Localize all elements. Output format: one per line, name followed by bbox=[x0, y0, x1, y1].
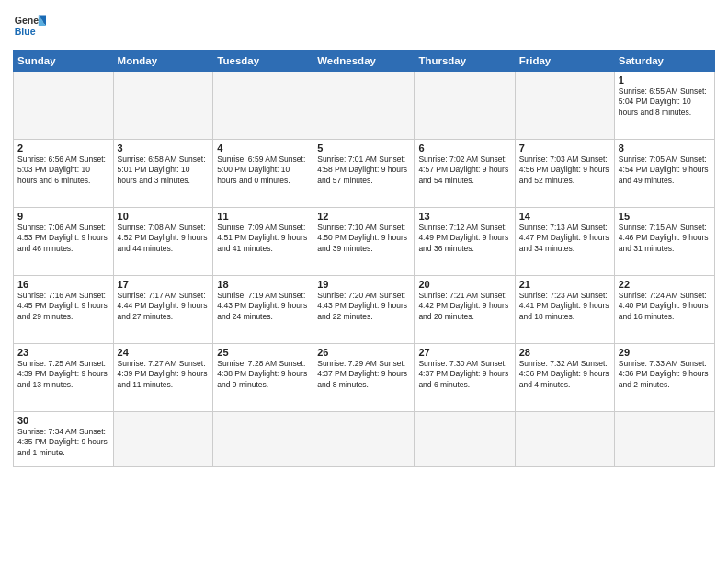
day-info: Sunrise: 7:27 AM Sunset: 4:39 PM Dayligh… bbox=[118, 359, 210, 390]
day-number: 30 bbox=[17, 415, 109, 426]
day-info: Sunrise: 7:28 AM Sunset: 4:38 PM Dayligh… bbox=[217, 359, 309, 390]
day-info: Sunrise: 7:29 AM Sunset: 4:37 PM Dayligh… bbox=[317, 359, 410, 390]
calendar-cell: 23Sunrise: 7:25 AM Sunset: 4:39 PM Dayli… bbox=[14, 344, 114, 412]
calendar-cell: 27Sunrise: 7:30 AM Sunset: 4:37 PM Dayli… bbox=[415, 344, 515, 412]
calendar-cell: 4Sunrise: 6:59 AM Sunset: 5:00 PM Daylig… bbox=[213, 140, 313, 208]
day-number: 15 bbox=[619, 211, 711, 222]
calendar-cell: 1Sunrise: 6:55 AM Sunset: 5:04 PM Daylig… bbox=[614, 72, 714, 140]
day-of-week-wednesday: Wednesday bbox=[313, 51, 415, 72]
calendar-cell: 5Sunrise: 7:01 AM Sunset: 4:58 PM Daylig… bbox=[313, 140, 415, 208]
day-number: 3 bbox=[118, 143, 210, 154]
day-info: Sunrise: 7:33 AM Sunset: 4:36 PM Dayligh… bbox=[619, 359, 711, 390]
day-number: 18 bbox=[217, 279, 309, 290]
day-number: 12 bbox=[317, 211, 410, 222]
calendar-cell: 29Sunrise: 7:33 AM Sunset: 4:36 PM Dayli… bbox=[614, 344, 714, 412]
calendar-cell: 14Sunrise: 7:13 AM Sunset: 4:47 PM Dayli… bbox=[515, 208, 614, 276]
day-number: 23 bbox=[17, 347, 109, 358]
calendar-cell: 8Sunrise: 7:05 AM Sunset: 4:54 PM Daylig… bbox=[614, 140, 714, 208]
day-info: Sunrise: 7:08 AM Sunset: 4:52 PM Dayligh… bbox=[118, 223, 210, 254]
day-info: Sunrise: 7:13 AM Sunset: 4:47 PM Dayligh… bbox=[519, 223, 610, 254]
calendar-week-2: 9Sunrise: 7:06 AM Sunset: 4:53 PM Daylig… bbox=[14, 208, 715, 276]
calendar-cell bbox=[415, 72, 515, 140]
day-number: 9 bbox=[17, 211, 109, 222]
calendar-cell: 10Sunrise: 7:08 AM Sunset: 4:52 PM Dayli… bbox=[113, 208, 213, 276]
calendar-cell: 26Sunrise: 7:29 AM Sunset: 4:37 PM Dayli… bbox=[313, 344, 415, 412]
calendar-week-4: 23Sunrise: 7:25 AM Sunset: 4:39 PM Dayli… bbox=[14, 344, 715, 412]
calendar-cell bbox=[313, 412, 415, 467]
day-info: Sunrise: 7:24 AM Sunset: 4:40 PM Dayligh… bbox=[619, 291, 711, 322]
calendar-cell bbox=[213, 412, 313, 467]
day-number: 7 bbox=[519, 143, 610, 154]
day-of-week-friday: Friday bbox=[515, 51, 614, 72]
day-number: 20 bbox=[418, 279, 510, 290]
day-info: Sunrise: 7:10 AM Sunset: 4:50 PM Dayligh… bbox=[317, 223, 410, 254]
day-number: 22 bbox=[619, 279, 711, 290]
day-info: Sunrise: 7:01 AM Sunset: 4:58 PM Dayligh… bbox=[317, 155, 410, 186]
calendar-cell: 18Sunrise: 7:19 AM Sunset: 4:43 PM Dayli… bbox=[213, 276, 313, 344]
calendar-week-3: 16Sunrise: 7:16 AM Sunset: 4:45 PM Dayli… bbox=[14, 276, 715, 344]
calendar-cell: 19Sunrise: 7:20 AM Sunset: 4:43 PM Dayli… bbox=[313, 276, 415, 344]
calendar-cell: 11Sunrise: 7:09 AM Sunset: 4:51 PM Dayli… bbox=[213, 208, 313, 276]
day-of-week-tuesday: Tuesday bbox=[213, 51, 313, 72]
calendar-cell bbox=[14, 72, 114, 140]
logo-icon: General Blue bbox=[13, 9, 46, 42]
day-number: 17 bbox=[118, 279, 210, 290]
day-info: Sunrise: 7:06 AM Sunset: 4:53 PM Dayligh… bbox=[17, 223, 109, 254]
day-info: Sunrise: 6:56 AM Sunset: 5:03 PM Dayligh… bbox=[17, 155, 109, 186]
day-info: Sunrise: 6:59 AM Sunset: 5:00 PM Dayligh… bbox=[217, 155, 309, 186]
calendar-cell: 25Sunrise: 7:28 AM Sunset: 4:38 PM Dayli… bbox=[213, 344, 313, 412]
day-number: 28 bbox=[519, 347, 610, 358]
day-number: 5 bbox=[317, 143, 410, 154]
calendar-cell: 13Sunrise: 7:12 AM Sunset: 4:49 PM Dayli… bbox=[415, 208, 515, 276]
calendar-cell: 21Sunrise: 7:23 AM Sunset: 4:41 PM Dayli… bbox=[515, 276, 614, 344]
calendar-cell bbox=[515, 412, 614, 467]
day-number: 8 bbox=[619, 143, 711, 154]
day-info: Sunrise: 7:30 AM Sunset: 4:37 PM Dayligh… bbox=[418, 359, 510, 390]
calendar-cell bbox=[415, 412, 515, 467]
day-info: Sunrise: 7:25 AM Sunset: 4:39 PM Dayligh… bbox=[17, 359, 109, 390]
logo: General Blue bbox=[13, 9, 46, 42]
day-info: Sunrise: 7:20 AM Sunset: 4:43 PM Dayligh… bbox=[317, 291, 410, 322]
day-number: 24 bbox=[118, 347, 210, 358]
day-of-week-sunday: Sunday bbox=[14, 51, 114, 72]
day-info: Sunrise: 6:58 AM Sunset: 5:01 PM Dayligh… bbox=[118, 155, 210, 186]
calendar-cell bbox=[213, 72, 313, 140]
day-number: 16 bbox=[17, 279, 109, 290]
calendar-cell: 30Sunrise: 7:34 AM Sunset: 4:35 PM Dayli… bbox=[14, 412, 114, 467]
day-of-week-header: SundayMondayTuesdayWednesdayThursdayFrid… bbox=[14, 51, 715, 72]
calendar-cell: 6Sunrise: 7:02 AM Sunset: 4:57 PM Daylig… bbox=[415, 140, 515, 208]
day-info: Sunrise: 7:19 AM Sunset: 4:43 PM Dayligh… bbox=[217, 291, 309, 322]
calendar-cell bbox=[113, 412, 213, 467]
calendar-cell: 20Sunrise: 7:21 AM Sunset: 4:42 PM Dayli… bbox=[415, 276, 515, 344]
calendar-week-5: 30Sunrise: 7:34 AM Sunset: 4:35 PM Dayli… bbox=[14, 412, 715, 467]
calendar-cell bbox=[313, 72, 415, 140]
day-number: 11 bbox=[217, 211, 309, 222]
day-of-week-monday: Monday bbox=[113, 51, 213, 72]
day-of-week-thursday: Thursday bbox=[415, 51, 515, 72]
day-number: 14 bbox=[519, 211, 610, 222]
day-number: 2 bbox=[17, 143, 109, 154]
calendar-cell bbox=[515, 72, 614, 140]
calendar-cell: 9Sunrise: 7:06 AM Sunset: 4:53 PM Daylig… bbox=[14, 208, 114, 276]
calendar-cell: 12Sunrise: 7:10 AM Sunset: 4:50 PM Dayli… bbox=[313, 208, 415, 276]
day-number: 10 bbox=[118, 211, 210, 222]
day-info: Sunrise: 7:05 AM Sunset: 4:54 PM Dayligh… bbox=[619, 155, 711, 186]
day-info: Sunrise: 7:02 AM Sunset: 4:57 PM Dayligh… bbox=[418, 155, 510, 186]
day-number: 4 bbox=[217, 143, 309, 154]
calendar-cell: 24Sunrise: 7:27 AM Sunset: 4:39 PM Dayli… bbox=[113, 344, 213, 412]
day-number: 19 bbox=[317, 279, 410, 290]
calendar-table: SundayMondayTuesdayWednesdayThursdayFrid… bbox=[13, 50, 715, 467]
day-info: Sunrise: 7:23 AM Sunset: 4:41 PM Dayligh… bbox=[519, 291, 610, 322]
day-info: Sunrise: 7:16 AM Sunset: 4:45 PM Dayligh… bbox=[17, 291, 109, 322]
calendar-cell: 22Sunrise: 7:24 AM Sunset: 4:40 PM Dayli… bbox=[614, 276, 714, 344]
day-info: Sunrise: 7:17 AM Sunset: 4:44 PM Dayligh… bbox=[118, 291, 210, 322]
calendar-week-0: 1Sunrise: 6:55 AM Sunset: 5:04 PM Daylig… bbox=[14, 72, 715, 140]
calendar-cell: 2Sunrise: 6:56 AM Sunset: 5:03 PM Daylig… bbox=[14, 140, 114, 208]
day-of-week-saturday: Saturday bbox=[614, 51, 714, 72]
calendar-body: 1Sunrise: 6:55 AM Sunset: 5:04 PM Daylig… bbox=[14, 72, 715, 467]
calendar-cell: 3Sunrise: 6:58 AM Sunset: 5:01 PM Daylig… bbox=[113, 140, 213, 208]
day-info: Sunrise: 7:34 AM Sunset: 4:35 PM Dayligh… bbox=[17, 427, 109, 458]
svg-text:Blue: Blue bbox=[15, 26, 36, 37]
day-info: Sunrise: 7:12 AM Sunset: 4:49 PM Dayligh… bbox=[418, 223, 510, 254]
calendar-cell: 7Sunrise: 7:03 AM Sunset: 4:56 PM Daylig… bbox=[515, 140, 614, 208]
